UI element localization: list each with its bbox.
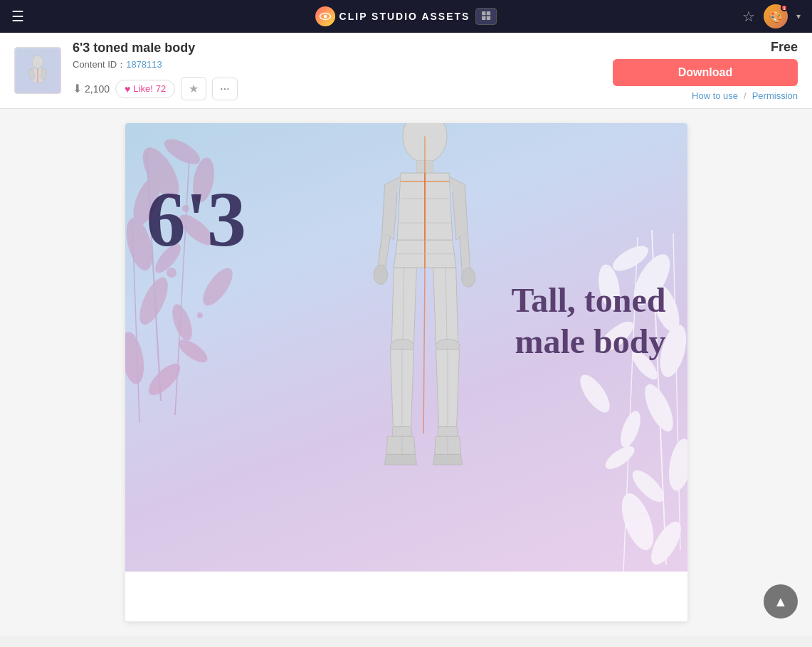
arrow-up-icon: ▲ (774, 594, 788, 610)
preview-image: 6'3 Tall, toned male body (125, 123, 687, 572)
preview-container: 6'3 Tall, toned male body (125, 123, 687, 621)
nav-left: ☰ (11, 8, 24, 25)
favorite-button[interactable]: ★ (181, 77, 206, 100)
site-title: CLIP STUDIO ASSETS (339, 11, 470, 22)
item-actions: ⬇ 2,100 ♥ Like! 72 ★ ··· (73, 77, 238, 100)
svg-point-1 (323, 15, 327, 19)
like-count: 72 (156, 83, 166, 94)
svg-line-49 (673, 233, 680, 550)
hamburger-menu-icon[interactable]: ☰ (11, 8, 24, 25)
item-info: 6'3 toned male body Content ID：1878113 ⬇… (73, 41, 238, 100)
heart-icon: ♥ (125, 83, 130, 95)
svg-point-28 (197, 312, 203, 318)
logo-icon (315, 6, 335, 26)
svg-point-41 (574, 370, 615, 417)
svg-rect-5 (487, 16, 490, 20)
svg-rect-3 (487, 11, 490, 15)
nav-badge (475, 8, 497, 25)
preview-text-tall-line1: Tall, toned (512, 280, 666, 321)
download-count-value: 2,100 (85, 83, 110, 95)
content-id-label: Content ID： (73, 59, 126, 70)
svg-rect-2 (482, 11, 485, 15)
item-left: 6'3 toned male body Content ID：1878113 ⬇… (14, 41, 238, 100)
svg-point-21 (197, 263, 238, 310)
how-to-use-link[interactable]: How to use (692, 90, 738, 101)
svg-point-20 (168, 302, 196, 343)
body-figure (332, 123, 517, 572)
content-header: 6'3 toned male body Content ID：1878113 ⬇… (0, 33, 812, 109)
main-content: 6'3 Tall, toned male body (0, 109, 812, 636)
user-avatar-container[interactable]: 🎨 1 (764, 4, 788, 28)
download-count-icon: ⬇ (73, 82, 82, 95)
nav-right: ☆ 🎨 1 ▾ (742, 4, 801, 28)
chevron-down-icon[interactable]: ▾ (796, 11, 801, 21)
svg-point-42 (665, 437, 687, 493)
notification-badge: 1 (781, 4, 788, 11)
svg-point-44 (601, 442, 638, 473)
svg-point-24 (174, 335, 211, 367)
preview-text-tall: Tall, toned male body (512, 280, 666, 362)
svg-rect-66 (392, 427, 411, 437)
ellipsis-icon: ··· (220, 83, 229, 95)
preview-text-tall-line2: male body (512, 321, 666, 362)
like-label: Like! (133, 83, 152, 94)
svg-point-27 (167, 268, 176, 278)
download-links: How to use / Permission (692, 90, 798, 101)
content-id-row: Content ID：1878113 (73, 58, 238, 71)
download-section: Free Download How to use / Permission (613, 40, 798, 101)
svg-point-23 (144, 359, 185, 400)
download-button[interactable]: Download (613, 59, 798, 86)
download-count: ⬇ 2,100 (73, 82, 110, 95)
svg-rect-4 (482, 16, 485, 20)
nav-center: CLIP STUDIO ASSETS (315, 6, 497, 26)
content-id-link[interactable]: 1878113 (126, 59, 162, 70)
price-label: Free (771, 40, 798, 55)
star-icon: ★ (189, 83, 199, 95)
item-thumbnail (14, 47, 61, 94)
permission-link[interactable]: Permission (752, 90, 798, 101)
scroll-to-top-button[interactable]: ▲ (764, 584, 798, 619)
top-navigation: ☰ CLIP STUDIO ASSETS ☆ 🎨 1 (0, 0, 812, 33)
nav-logo: CLIP STUDIO ASSETS (315, 6, 470, 26)
svg-line-71 (423, 268, 425, 433)
item-title: 6'3 toned male body (73, 41, 238, 56)
svg-point-56 (374, 265, 387, 284)
more-options-button[interactable]: ··· (212, 78, 237, 100)
svg-point-7 (32, 56, 43, 68)
like-button[interactable]: ♥ Like! 72 (115, 80, 175, 98)
separator: / (744, 90, 747, 101)
favorites-icon[interactable]: ☆ (742, 8, 755, 25)
preview-text-63: 6'3 (147, 180, 247, 258)
svg-point-57 (461, 268, 475, 287)
svg-rect-67 (438, 427, 457, 437)
